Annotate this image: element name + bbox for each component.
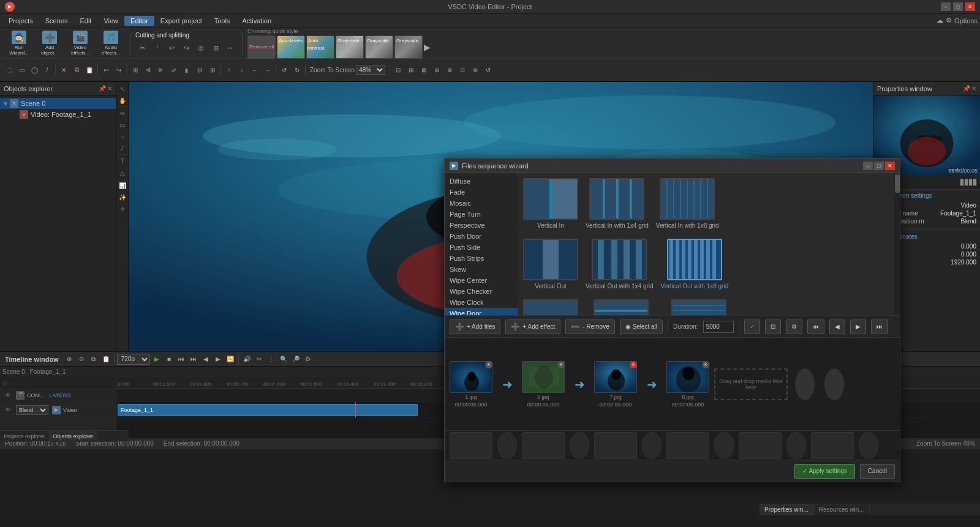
tool-m1[interactable]: ⊕: [431, 64, 443, 75]
tool-center-h[interactable]: ⊟: [194, 64, 206, 75]
split-tool[interactable]: ⋮: [150, 41, 164, 54]
thumb-vertical-in[interactable]: Vertical In: [523, 178, 578, 229]
qs-grayscale3[interactable]: Grayscale: [394, 36, 423, 59]
tl-btn-paste[interactable]: 📋: [100, 354, 111, 365]
tool6[interactable]: ⊞: [209, 41, 222, 54]
tl-settings[interactable]: ⚙: [303, 354, 314, 365]
menu-view[interactable]: View: [97, 16, 124, 26]
trans-wipechecker[interactable]: Wipe Checker: [445, 286, 518, 297]
tree-item-scene[interactable]: ▼ S Scene 0: [0, 98, 116, 109]
tl-split[interactable]: ⋮: [266, 354, 277, 365]
close-button[interactable]: ✕: [965, 2, 975, 11]
pointer-tool[interactable]: ↖: [117, 83, 128, 94]
select-tool[interactable]: ⬚: [2, 64, 15, 75]
wizard-minimize[interactable]: ─: [863, 162, 873, 170]
shape-tool[interactable]: △: [117, 167, 128, 178]
tool-fit[interactable]: ⊡: [392, 64, 404, 75]
tl-btn-copy[interactable]: ⧉: [88, 354, 99, 365]
qs-auto-contrast[interactable]: Auto contrast: [306, 36, 334, 59]
trans-wipedoor[interactable]: Wipe Door: [445, 308, 518, 315]
cut-tool[interactable]: ✂: [135, 41, 149, 54]
tab-properties-win[interactable]: Properties win...: [760, 504, 814, 515]
gear-icon[interactable]: ⚙: [946, 17, 952, 24]
thumb-vertical-out-1x8[interactable]: Vertical Out with 1x8 grid: [661, 239, 729, 290]
undo-tool[interactable]: ↩: [165, 41, 178, 54]
menu-editor[interactable]: Editor: [124, 16, 154, 26]
tl-btn-add[interactable]: ⊕: [64, 354, 75, 365]
objects-pin-button[interactable]: 📌: [99, 85, 106, 92]
trans-pushstrips[interactable]: Push Strips: [445, 253, 518, 264]
hand-tool[interactable]: ✋: [117, 95, 128, 106]
draw-line[interactable]: /: [41, 64, 53, 75]
trans-pushside[interactable]: Push Side: [445, 242, 518, 253]
trans-fade[interactable]: Fade: [445, 187, 518, 198]
media-close-4[interactable]: ✕: [702, 361, 709, 368]
tl-btn-remove[interactable]: ⊖: [76, 354, 87, 365]
tool-m4[interactable]: ⊛: [469, 64, 481, 75]
tool5[interactable]: ◎: [194, 41, 208, 54]
tab-resources-win[interactable]: Resources win...: [814, 504, 870, 515]
thumb-vertical-in-1x4[interactable]: Vertical In with 1x4 grid: [586, 178, 649, 229]
trans-pageturn[interactable]: Page Turn: [445, 209, 518, 220]
tool-snap[interactable]: ⊠: [418, 64, 430, 75]
tool-rotate-r[interactable]: ↻: [291, 64, 303, 75]
maximize-button[interactable]: □: [953, 2, 963, 11]
tool-copy[interactable]: ⧉: [70, 64, 83, 75]
tab-objects[interactable]: Objects explorer: [50, 431, 98, 442]
tool-right-arrow[interactable]: →: [262, 64, 274, 75]
add-files-button[interactable]: ➕ + Add files: [450, 320, 500, 334]
track-visibility-blend[interactable]: 👁: [2, 405, 13, 416]
tl-zoom-out[interactable]: 🔎: [290, 354, 301, 365]
wizard-settings-btn[interactable]: ⚙: [786, 320, 802, 334]
menu-export[interactable]: Export project: [154, 16, 208, 26]
cancel-button[interactable]: Cancel: [860, 464, 895, 479]
qs-grayscale1[interactable]: Grayscale: [336, 36, 364, 59]
text-tool[interactable]: T: [117, 155, 128, 166]
tl-play[interactable]: ▶: [151, 354, 162, 365]
qs-auto-levels[interactable]: Auto levels: [277, 36, 305, 59]
rect-tool[interactable]: ▭: [117, 119, 128, 130]
apply-settings-button[interactable]: ✓ Apply settings: [794, 464, 854, 479]
tool-m2[interactable]: ⊗: [443, 64, 456, 75]
add-effect-button[interactable]: ➕ + Add effect: [505, 320, 560, 334]
wizard-close[interactable]: ✕: [885, 162, 895, 170]
tool-grid[interactable]: ⊞: [129, 64, 141, 75]
video-effects-button[interactable]: 🎬 Videoeffects...: [66, 31, 94, 56]
wizard-nav-next[interactable]: ▶: [850, 320, 866, 334]
minimize-button[interactable]: ─: [941, 2, 951, 11]
tl-volume[interactable]: 🔊: [241, 354, 252, 365]
redo-tool[interactable]: ↪: [179, 41, 193, 54]
tree-item-video[interactable]: V Video: Footage_1_1: [0, 109, 116, 120]
tool-rotate-l[interactable]: ↺: [278, 64, 290, 75]
tl-step-fwd[interactable]: ▶: [213, 354, 224, 365]
media-close-2[interactable]: ✕: [557, 361, 565, 368]
duration-input[interactable]: [703, 321, 734, 333]
tool-left-arrow[interactable]: ←: [249, 64, 261, 75]
trans-skew[interactable]: Skew: [445, 264, 518, 275]
qs-scroll-right[interactable]: ▶: [424, 42, 431, 52]
wizard-maximize[interactable]: □: [874, 162, 884, 170]
run-wizard-button[interactable]: 🧙 RunWizard...: [5, 31, 33, 56]
tool-align-r[interactable]: ⫸: [155, 64, 167, 75]
wizard-confirm-btn[interactable]: ✓: [744, 320, 760, 334]
tool-delete[interactable]: ✕: [58, 64, 70, 75]
tool-down-arrow[interactable]: ↓: [236, 64, 248, 75]
menu-projects[interactable]: Projects: [2, 16, 39, 26]
menu-scenes[interactable]: Scenes: [39, 16, 74, 26]
tool-align-b[interactable]: ⫼: [181, 64, 193, 75]
qs-grayscale2[interactable]: Grayscale: [365, 36, 393, 59]
tool-safe[interactable]: ⊞: [405, 64, 417, 75]
select-all-button[interactable]: ◉ Select all: [620, 320, 663, 334]
media-close-1[interactable]: ✕: [485, 361, 492, 368]
tool-refresh[interactable]: ↺: [482, 64, 494, 75]
effects-tool[interactable]: ✨: [117, 192, 128, 203]
audio-effects-button[interactable]: 🎵 Audioeffects...: [97, 31, 125, 56]
thumbnails-scrollbar[interactable]: [894, 173, 900, 315]
tl-ff[interactable]: ⏭: [188, 354, 199, 365]
media-close-3[interactable]: ✕: [630, 361, 637, 368]
titlebar-controls[interactable]: ─ □ ✕: [941, 2, 975, 11]
thumb-vertical-out-1x4[interactable]: Vertical Out with 1x4 grid: [586, 239, 654, 290]
trans-wipeclock[interactable]: Wipe Clock: [445, 297, 518, 308]
track-visibility-comp[interactable]: 👁: [2, 390, 13, 401]
menu-activation[interactable]: Activation: [236, 16, 277, 26]
